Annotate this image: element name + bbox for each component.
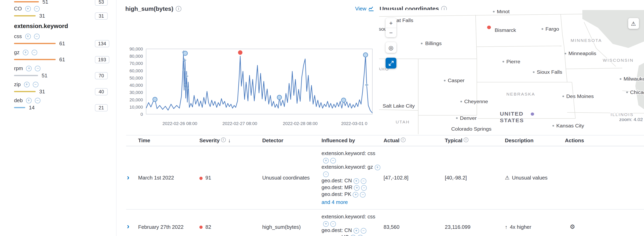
expand-icon bbox=[388, 60, 394, 66]
remove-filter-icon[interactable]: − bbox=[33, 82, 38, 87]
add-filter-icon[interactable]: + bbox=[323, 158, 329, 163]
add-filter-icon[interactable]: + bbox=[323, 221, 329, 227]
map-anomaly-marker[interactable] bbox=[487, 25, 491, 29]
remove-filter-icon[interactable]: − bbox=[34, 6, 40, 12]
zoom-in-button[interactable]: + bbox=[386, 18, 396, 28]
influencer-label: extension.keyword: css bbox=[322, 150, 375, 156]
influencer-label-row: CO+− bbox=[14, 5, 116, 13]
map-warning-button[interactable]: ⚠ bbox=[628, 18, 639, 29]
info-icon[interactable]: i bbox=[400, 137, 406, 142]
remove-filter-icon[interactable]: − bbox=[361, 228, 366, 233]
state-label: NEBRASKA bbox=[506, 92, 535, 96]
column-header-time[interactable]: Time bbox=[138, 137, 200, 143]
influencer-count-badge: 40 bbox=[95, 88, 108, 95]
show-more-link[interactable]: and 4 more bbox=[322, 199, 348, 205]
anomaly-typical: 23,116.099 bbox=[445, 224, 505, 230]
anomaly-marker[interactable] bbox=[341, 98, 346, 102]
add-filter-icon[interactable]: + bbox=[26, 98, 32, 103]
info-icon[interactable]: i bbox=[176, 6, 181, 12]
remove-filter-icon[interactable]: − bbox=[35, 66, 41, 71]
anomaly-time: March 1st 2022 bbox=[138, 175, 200, 181]
column-header-severity[interactable]: Severityi↓ bbox=[200, 137, 262, 143]
country-label: STATES bbox=[500, 117, 524, 123]
remove-filter-icon[interactable]: − bbox=[358, 235, 363, 236]
chart-svg: 010,00020,00030,00040,00050,00060,00070,… bbox=[120, 44, 380, 134]
column-label: Severity bbox=[200, 137, 220, 143]
map-anomaly-marker[interactable] bbox=[530, 112, 534, 116]
add-filter-icon[interactable]: + bbox=[354, 178, 359, 184]
anomaly-marker[interactable] bbox=[183, 51, 187, 56]
critical-anomaly-marker[interactable] bbox=[238, 50, 243, 55]
column-header-actual[interactable]: Actuali bbox=[384, 137, 445, 143]
expand-map-button[interactable] bbox=[386, 58, 396, 69]
add-filter-icon[interactable]: + bbox=[25, 34, 31, 39]
expand-row-button[interactable]: › bbox=[126, 174, 129, 182]
influencer-label: geo.dest: MR bbox=[322, 184, 352, 190]
anomaly-severity: 91 bbox=[200, 175, 262, 181]
x-axis-tick: 2022-02-28 08:00 bbox=[283, 121, 318, 126]
remove-filter-icon[interactable]: − bbox=[361, 185, 367, 191]
anomaly-marker[interactable] bbox=[363, 53, 368, 57]
add-filter-icon[interactable]: + bbox=[24, 82, 30, 87]
expander-cell: › bbox=[126, 223, 138, 231]
remove-filter-icon[interactable]: − bbox=[323, 171, 329, 177]
anomaly-marker[interactable] bbox=[153, 97, 157, 102]
city-label: Salt Lake City bbox=[382, 103, 415, 109]
add-filter-icon[interactable]: + bbox=[353, 192, 358, 197]
city-label: Minot bbox=[497, 10, 510, 14]
remove-filter-icon[interactable]: − bbox=[330, 158, 336, 163]
column-header-description[interactable]: Description bbox=[505, 137, 565, 143]
column-header-influenced[interactable]: Influenced by bbox=[322, 137, 384, 143]
add-filter-icon[interactable]: + bbox=[350, 235, 356, 236]
remove-filter-icon[interactable]: − bbox=[330, 221, 336, 227]
add-filter-icon[interactable]: + bbox=[374, 165, 380, 170]
remove-filter-icon[interactable]: − bbox=[34, 34, 40, 39]
state-border bbox=[476, 15, 477, 59]
anomaly-marker[interactable] bbox=[277, 95, 282, 100]
column-header-typical[interactable]: Typicali bbox=[445, 137, 505, 143]
map-controls: + − ◎ bbox=[386, 18, 396, 69]
add-filter-icon[interactable]: + bbox=[354, 185, 360, 191]
remove-filter-icon[interactable]: − bbox=[360, 192, 366, 197]
influencer-name: css bbox=[14, 33, 22, 39]
map-canvas[interactable]: MinotGreat FallsMissoulaBismarckFargoBil… bbox=[379, 10, 644, 134]
influencer-label-row: zip+− bbox=[14, 81, 116, 88]
city-label: Cheyenne bbox=[464, 99, 488, 104]
metric-line bbox=[146, 54, 372, 113]
add-filter-icon[interactable]: + bbox=[354, 228, 359, 233]
city-label: Des Moines bbox=[566, 94, 594, 99]
add-filter-icon[interactable]: + bbox=[22, 50, 28, 55]
remove-filter-icon[interactable]: − bbox=[35, 98, 40, 103]
city-dot bbox=[460, 101, 462, 102]
influencer-max-score: 61 bbox=[59, 56, 65, 62]
influencer-label: extension.keyword: css bbox=[322, 213, 375, 219]
anomaly-actual: 83,560 bbox=[384, 224, 445, 230]
actions-gear-button[interactable]: ⚙ bbox=[565, 223, 575, 230]
influencer-item: gz+−61193 bbox=[14, 49, 116, 65]
influencer-max-score: 14 bbox=[29, 104, 35, 110]
expand-row-button[interactable]: › bbox=[126, 223, 129, 231]
state-label: ILLINOIS bbox=[610, 112, 634, 117]
column-header-detector[interactable]: Detector bbox=[262, 137, 322, 143]
state-border bbox=[561, 14, 562, 34]
influencer-max-score: 51 bbox=[42, 0, 48, 5]
city-label: Casper bbox=[448, 78, 465, 83]
multi-bucket-marker[interactable] bbox=[365, 83, 368, 87]
remove-filter-icon[interactable]: − bbox=[32, 50, 37, 55]
influencer-count-badge: 193 bbox=[95, 56, 109, 63]
zoom-out-button[interactable]: − bbox=[386, 28, 396, 37]
description-text: Unusual values bbox=[512, 175, 548, 181]
info-icon[interactable]: i bbox=[221, 137, 226, 142]
add-filter-icon[interactable]: + bbox=[25, 6, 31, 12]
anomaly-explorer: 5153CO+−3131css+−61134gz+−61193rpm+−5170… bbox=[0, 0, 644, 236]
remove-filter-icon[interactable]: − bbox=[361, 178, 366, 184]
x-axis-tick: 2022-02-26 08:00 bbox=[162, 121, 198, 126]
view-link[interactable]: View bbox=[355, 6, 374, 12]
column-header-actions[interactable]: Actions bbox=[565, 137, 644, 143]
fit-to-data-button[interactable]: ◎ bbox=[386, 42, 396, 53]
y-axis-tick: 10,000 bbox=[130, 105, 143, 110]
info-icon[interactable]: i bbox=[464, 137, 468, 142]
add-filter-icon[interactable]: + bbox=[26, 66, 32, 71]
influencer: geo.dest: CN+− bbox=[322, 227, 380, 233]
actions-cell: ⚙ bbox=[565, 223, 644, 230]
